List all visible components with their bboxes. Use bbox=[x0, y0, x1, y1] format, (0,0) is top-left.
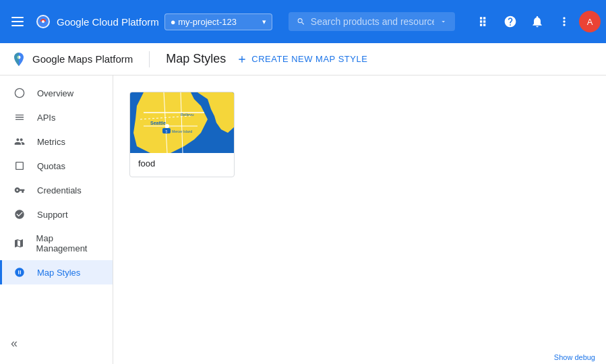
svg-rect-2 bbox=[11, 25, 24, 26]
apis-icon bbox=[13, 112, 26, 123]
svg-point-4 bbox=[42, 20, 44, 23]
header-separator bbox=[149, 51, 150, 67]
sidebar-item-overview[interactable]: Overview bbox=[0, 81, 113, 105]
metrics-icon bbox=[13, 136, 26, 147]
map-preview: Seattle Bellevu Mercer Island 5 bbox=[130, 92, 235, 153]
sidebar-item-map-management[interactable]: Map Management bbox=[0, 226, 113, 260]
top-bar-right: A bbox=[471, 9, 601, 34]
map-management-icon bbox=[13, 238, 26, 249]
sidebar-item-credentials[interactable]: Credentials bbox=[0, 178, 113, 202]
svg-rect-0 bbox=[11, 17, 24, 18]
gcp-title: Google Cloud Platform bbox=[57, 16, 159, 28]
card-label-area: food bbox=[130, 153, 234, 177]
map-styles-icon bbox=[13, 267, 26, 278]
gcp-logo-icon bbox=[35, 13, 51, 30]
search-icon bbox=[297, 16, 305, 27]
sidebar-collapse-button[interactable]: « bbox=[0, 328, 113, 359]
search-dropdown-icon[interactable] bbox=[440, 17, 447, 26]
page-title: Map Styles bbox=[166, 52, 226, 66]
svg-text:Mercer Island: Mercer Island bbox=[172, 129, 193, 133]
quotas-icon bbox=[13, 160, 26, 171]
top-bar: Google Cloud Platform ● my-project-123 bbox=[0, 0, 606, 43]
map-preview-svg: Seattle Bellevu Mercer Island 5 bbox=[130, 92, 235, 153]
avatar[interactable]: A bbox=[579, 11, 601, 32]
project-selector[interactable]: ● my-project-123 bbox=[164, 13, 272, 30]
svg-rect-1 bbox=[11, 21, 24, 22]
notification-icon-btn[interactable] bbox=[525, 9, 549, 34]
support-icon bbox=[13, 209, 26, 220]
sidebar-item-metrics[interactable]: Metrics bbox=[0, 129, 113, 154]
svg-point-5 bbox=[15, 88, 24, 97]
search-bar bbox=[289, 12, 455, 31]
search-input[interactable] bbox=[311, 16, 434, 27]
bottom-bar[interactable]: Show debug bbox=[543, 351, 606, 364]
content-area: Seattle Bellevu Mercer Island 5 food bbox=[113, 75, 606, 364]
sub-header: Google Maps Platform Map Styles CREATE N… bbox=[0, 43, 606, 75]
plus-icon bbox=[237, 54, 247, 65]
sidebar-nav: Overview APIs Metrics Quotas bbox=[0, 81, 113, 328]
map-style-card[interactable]: Seattle Bellevu Mercer Island 5 food bbox=[129, 92, 235, 177]
apps-icon-btn[interactable] bbox=[471, 9, 495, 34]
svg-text:Seattle: Seattle bbox=[150, 121, 166, 125]
credentials-icon bbox=[13, 185, 26, 195]
overview-icon bbox=[13, 88, 26, 98]
sidebar-item-map-styles[interactable]: Map Styles bbox=[0, 260, 113, 284]
page-title-area: Map Styles CREATE NEW MAP STYLE bbox=[166, 52, 595, 66]
sidebar: Overview APIs Metrics Quotas bbox=[0, 75, 113, 364]
project-dropdown-icon bbox=[262, 18, 266, 26]
sidebar-item-apis[interactable]: APIs bbox=[0, 105, 113, 129]
project-name: ● my-project-123 bbox=[171, 17, 237, 27]
sidebar-item-quotas[interactable]: Quotas bbox=[0, 154, 113, 178]
help-icon-btn[interactable] bbox=[498, 9, 522, 34]
card-label: food bbox=[138, 158, 155, 169]
svg-text:Bellevu: Bellevu bbox=[181, 113, 194, 117]
create-new-map-style-button[interactable]: CREATE NEW MAP STYLE bbox=[237, 54, 367, 65]
svg-text:5: 5 bbox=[166, 129, 168, 133]
sidebar-item-support[interactable]: Support bbox=[0, 202, 113, 226]
menu-icon[interactable] bbox=[5, 9, 30, 34]
brand-logo: Google Maps Platform bbox=[11, 51, 133, 67]
main-layout: Overview APIs Metrics Quotas bbox=[0, 75, 606, 364]
show-debug-label: Show debug bbox=[554, 353, 595, 361]
brand-title: Google Maps Platform bbox=[32, 53, 133, 65]
maps-logo-icon bbox=[11, 51, 27, 67]
more-options-icon-btn[interactable] bbox=[552, 9, 576, 34]
gcp-logo-area: Google Cloud Platform bbox=[35, 13, 159, 30]
